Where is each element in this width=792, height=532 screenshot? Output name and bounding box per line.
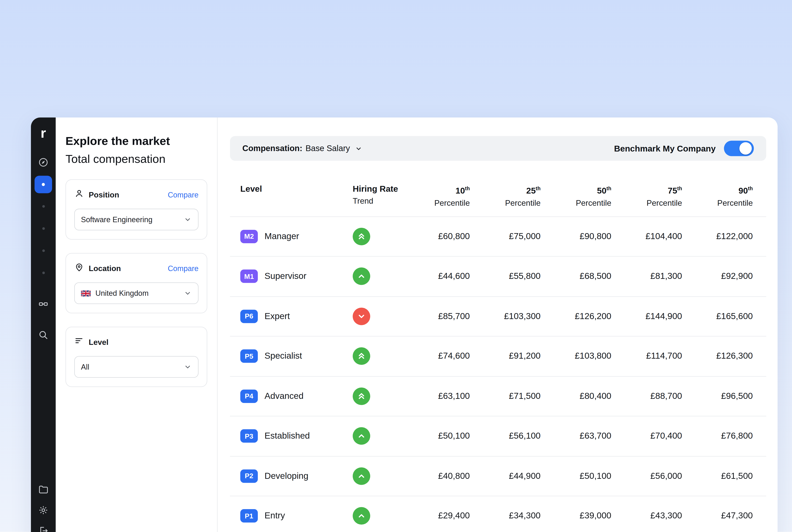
percentile-value: £68,500 bbox=[540, 271, 611, 282]
trend-up-icon bbox=[353, 467, 370, 485]
page-title-line2: Total compensation bbox=[66, 150, 207, 168]
desktop-background: r bbox=[0, 0, 792, 532]
trend-up-double-icon bbox=[353, 387, 370, 405]
compass-icon[interactable] bbox=[37, 156, 50, 169]
table-row[interactable]: M1Supervisor £44,600 £55,800 £68,500 £81… bbox=[230, 256, 766, 297]
trend-down-icon bbox=[353, 307, 370, 325]
percentile-value: £40,800 bbox=[399, 471, 470, 481]
nav-rail: r bbox=[31, 117, 56, 532]
trend-up-double-icon bbox=[353, 347, 370, 365]
column-header-p75: 75th Percentile bbox=[611, 183, 682, 209]
level-name: Specialist bbox=[264, 351, 302, 361]
percentile-value: £71,500 bbox=[470, 391, 540, 401]
percentile-value: £91,200 bbox=[470, 351, 540, 361]
org-chart-icon[interactable] bbox=[37, 298, 50, 310]
compensation-label: Compensation: bbox=[242, 144, 302, 153]
gear-icon[interactable] bbox=[37, 504, 50, 516]
location-select[interactable]: United Kingdom bbox=[74, 282, 199, 304]
percentile-value: £44,900 bbox=[470, 471, 540, 481]
level-badge: M2 bbox=[240, 230, 258, 243]
percentile-value: £126,300 bbox=[682, 351, 753, 361]
location-pin-icon bbox=[74, 262, 84, 274]
percentile-value: £92,900 bbox=[682, 271, 753, 282]
position-filter-card: Position Compare Software Engineering bbox=[66, 179, 207, 240]
table-row[interactable]: P2Developing £40,800 £44,900 £50,100 £56… bbox=[230, 456, 766, 496]
logout-icon[interactable] bbox=[37, 525, 50, 532]
search-icon[interactable] bbox=[37, 329, 50, 341]
percentile-value: £34,300 bbox=[470, 511, 540, 521]
percentile-value: £70,400 bbox=[611, 431, 682, 441]
level-name: Manager bbox=[264, 231, 299, 242]
trend-up-icon bbox=[353, 427, 370, 445]
table-row[interactable]: P5Specialist £74,600 £91,200 £103,800 £1… bbox=[230, 337, 766, 377]
nav-item-dot[interactable] bbox=[42, 249, 45, 252]
percentile-value: £56,000 bbox=[611, 471, 682, 481]
percentile-value: £104,400 bbox=[611, 231, 682, 242]
level-name: Established bbox=[264, 431, 310, 441]
percentile-value: £88,700 bbox=[611, 391, 682, 401]
column-header-p90: 90th Percentile bbox=[682, 183, 753, 209]
level-filter-icon bbox=[74, 336, 84, 348]
page-title-line1: Explore the market bbox=[66, 135, 170, 148]
percentile-value: £122,000 bbox=[682, 231, 753, 242]
level-name: Expert bbox=[264, 311, 290, 321]
position-compare-link[interactable]: Compare bbox=[168, 190, 198, 199]
filter-sidebar: Explore the market Total compensation Po… bbox=[56, 117, 218, 532]
nav-item-dot[interactable] bbox=[42, 227, 45, 230]
percentile-value: £60,800 bbox=[399, 231, 470, 242]
location-label: Location bbox=[89, 264, 121, 273]
table-row[interactable]: P6Expert £85,700 £103,300 £126,200 £144,… bbox=[230, 297, 766, 337]
level-badge: P1 bbox=[240, 509, 258, 523]
percentile-value: £47,300 bbox=[682, 511, 753, 521]
page-title: Explore the market Total compensation bbox=[66, 132, 207, 168]
compensation-toolbar: Compensation: Base Salary Benchmark My C… bbox=[230, 136, 766, 161]
level-name: Supervisor bbox=[264, 271, 307, 282]
table-header: Level Hiring Rate Trend 10th Percentile … bbox=[230, 183, 766, 216]
column-header-level: Level bbox=[240, 183, 353, 195]
level-badge: P2 bbox=[240, 469, 258, 483]
percentile-value: £63,700 bbox=[540, 431, 611, 441]
position-label: Position bbox=[89, 190, 119, 199]
nav-item-dot[interactable] bbox=[42, 272, 45, 274]
table-row[interactable]: P3Established £50,100 £56,100 £63,700 £7… bbox=[230, 416, 766, 456]
table-row[interactable]: M2Manager £60,800 £75,000 £90,800 £104,4… bbox=[230, 216, 766, 256]
folder-icon[interactable] bbox=[37, 483, 50, 496]
level-name: Advanced bbox=[264, 391, 303, 401]
percentile-value: £85,700 bbox=[399, 311, 470, 321]
benchmark-label: Benchmark My Company bbox=[614, 144, 716, 153]
location-select-value: United Kingdom bbox=[95, 289, 149, 298]
nav-item-dot[interactable] bbox=[42, 205, 45, 208]
benchmark-toggle[interactable] bbox=[724, 141, 754, 156]
nav-item-active[interactable] bbox=[35, 176, 52, 193]
level-badge: P4 bbox=[240, 390, 258, 403]
percentile-value: £81,300 bbox=[611, 271, 682, 282]
percentile-value: £80,400 bbox=[540, 391, 611, 401]
percentile-value: £50,100 bbox=[540, 471, 611, 481]
percentile-value: £39,000 bbox=[540, 511, 611, 521]
compensation-dropdown-chevron-icon[interactable] bbox=[354, 145, 362, 152]
location-compare-link[interactable]: Compare bbox=[168, 264, 198, 272]
position-select-value: Software Engineering bbox=[81, 215, 153, 224]
main-content: Compensation: Base Salary Benchmark My C… bbox=[218, 117, 777, 532]
level-select-value: All bbox=[81, 363, 89, 371]
percentile-value: £126,200 bbox=[540, 311, 611, 321]
level-badge: P5 bbox=[240, 349, 258, 363]
percentile-value: £75,000 bbox=[470, 231, 540, 242]
percentile-value: £103,300 bbox=[470, 311, 540, 321]
table-row[interactable]: P1Entry £29,400 £34,300 £39,000 £43,300 … bbox=[230, 496, 766, 532]
level-badge: M1 bbox=[240, 270, 258, 283]
percentile-value: £61,500 bbox=[682, 471, 753, 481]
chevron-down-icon bbox=[184, 215, 192, 224]
percentile-value: £165,600 bbox=[682, 311, 753, 321]
level-name: Entry bbox=[264, 511, 285, 521]
column-header-p10: 10th Percentile bbox=[399, 183, 470, 209]
table-row[interactable]: P4Advanced £63,100 £71,500 £80,400 £88,7… bbox=[230, 376, 766, 416]
app-logo: r bbox=[41, 124, 46, 142]
app-window: r bbox=[31, 117, 777, 532]
position-select[interactable]: Software Engineering bbox=[74, 209, 199, 230]
level-filter-card: Level All bbox=[66, 327, 207, 387]
uk-flag-icon bbox=[81, 290, 91, 297]
percentile-value: £43,300 bbox=[611, 511, 682, 521]
level-select[interactable]: All bbox=[74, 356, 199, 378]
level-name: Developing bbox=[264, 471, 309, 481]
